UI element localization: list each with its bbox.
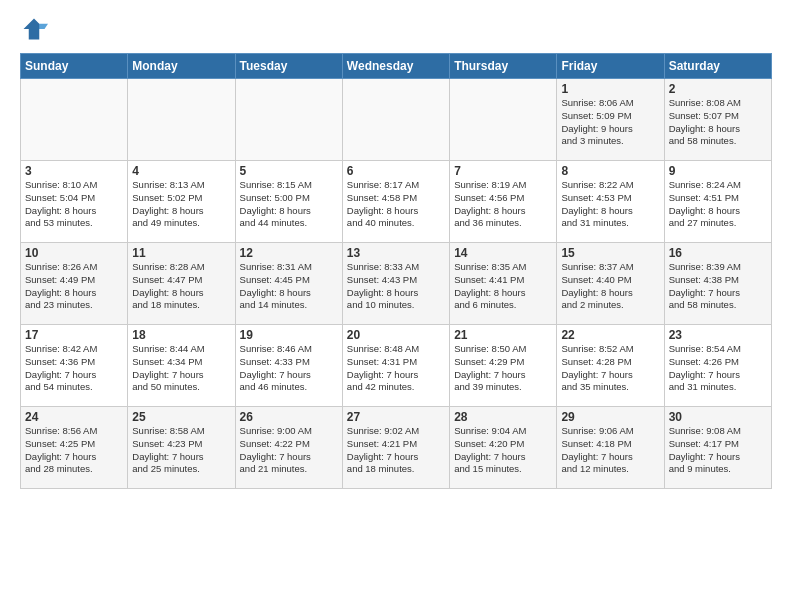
day-info: Sunrise: 8:52 AM Sunset: 4:28 PM Dayligh…	[561, 343, 659, 394]
calendar-cell: 2Sunrise: 8:08 AM Sunset: 5:07 PM Daylig…	[664, 79, 771, 161]
calendar-cell: 25Sunrise: 8:58 AM Sunset: 4:23 PM Dayli…	[128, 407, 235, 489]
day-info: Sunrise: 8:48 AM Sunset: 4:31 PM Dayligh…	[347, 343, 445, 394]
calendar-cell: 8Sunrise: 8:22 AM Sunset: 4:53 PM Daylig…	[557, 161, 664, 243]
calendar-cell	[128, 79, 235, 161]
day-number: 22	[561, 328, 659, 342]
day-info: Sunrise: 8:54 AM Sunset: 4:26 PM Dayligh…	[669, 343, 767, 394]
day-info: Sunrise: 8:06 AM Sunset: 5:09 PM Dayligh…	[561, 97, 659, 148]
weekday-header-wednesday: Wednesday	[342, 54, 449, 79]
day-number: 10	[25, 246, 123, 260]
calendar-cell: 16Sunrise: 8:39 AM Sunset: 4:38 PM Dayli…	[664, 243, 771, 325]
calendar-week-5: 24Sunrise: 8:56 AM Sunset: 4:25 PM Dayli…	[21, 407, 772, 489]
calendar-week-1: 1Sunrise: 8:06 AM Sunset: 5:09 PM Daylig…	[21, 79, 772, 161]
day-number: 17	[25, 328, 123, 342]
day-info: Sunrise: 8:44 AM Sunset: 4:34 PM Dayligh…	[132, 343, 230, 394]
day-number: 6	[347, 164, 445, 178]
calendar-week-4: 17Sunrise: 8:42 AM Sunset: 4:36 PM Dayli…	[21, 325, 772, 407]
day-info: Sunrise: 8:56 AM Sunset: 4:25 PM Dayligh…	[25, 425, 123, 476]
day-info: Sunrise: 8:17 AM Sunset: 4:58 PM Dayligh…	[347, 179, 445, 230]
calendar-cell: 18Sunrise: 8:44 AM Sunset: 4:34 PM Dayli…	[128, 325, 235, 407]
day-number: 29	[561, 410, 659, 424]
day-number: 19	[240, 328, 338, 342]
calendar-cell	[235, 79, 342, 161]
weekday-header-sunday: Sunday	[21, 54, 128, 79]
day-info: Sunrise: 8:28 AM Sunset: 4:47 PM Dayligh…	[132, 261, 230, 312]
day-number: 4	[132, 164, 230, 178]
day-info: Sunrise: 8:39 AM Sunset: 4:38 PM Dayligh…	[669, 261, 767, 312]
calendar-cell: 21Sunrise: 8:50 AM Sunset: 4:29 PM Dayli…	[450, 325, 557, 407]
day-number: 28	[454, 410, 552, 424]
day-number: 13	[347, 246, 445, 260]
calendar-header-row: SundayMondayTuesdayWednesdayThursdayFrid…	[21, 54, 772, 79]
weekday-header-monday: Monday	[128, 54, 235, 79]
day-info: Sunrise: 8:33 AM Sunset: 4:43 PM Dayligh…	[347, 261, 445, 312]
day-number: 20	[347, 328, 445, 342]
calendar-cell	[450, 79, 557, 161]
day-info: Sunrise: 8:10 AM Sunset: 5:04 PM Dayligh…	[25, 179, 123, 230]
calendar-cell: 24Sunrise: 8:56 AM Sunset: 4:25 PM Dayli…	[21, 407, 128, 489]
day-info: Sunrise: 8:24 AM Sunset: 4:51 PM Dayligh…	[669, 179, 767, 230]
day-info: Sunrise: 8:31 AM Sunset: 4:45 PM Dayligh…	[240, 261, 338, 312]
calendar-cell: 30Sunrise: 9:08 AM Sunset: 4:17 PM Dayli…	[664, 407, 771, 489]
day-info: Sunrise: 8:19 AM Sunset: 4:56 PM Dayligh…	[454, 179, 552, 230]
day-info: Sunrise: 8:37 AM Sunset: 4:40 PM Dayligh…	[561, 261, 659, 312]
calendar-cell: 10Sunrise: 8:26 AM Sunset: 4:49 PM Dayli…	[21, 243, 128, 325]
day-number: 3	[25, 164, 123, 178]
day-number: 9	[669, 164, 767, 178]
day-info: Sunrise: 9:00 AM Sunset: 4:22 PM Dayligh…	[240, 425, 338, 476]
day-info: Sunrise: 9:04 AM Sunset: 4:20 PM Dayligh…	[454, 425, 552, 476]
day-number: 27	[347, 410, 445, 424]
calendar-cell: 1Sunrise: 8:06 AM Sunset: 5:09 PM Daylig…	[557, 79, 664, 161]
day-number: 30	[669, 410, 767, 424]
day-info: Sunrise: 9:02 AM Sunset: 4:21 PM Dayligh…	[347, 425, 445, 476]
weekday-header-friday: Friday	[557, 54, 664, 79]
day-number: 11	[132, 246, 230, 260]
day-info: Sunrise: 8:46 AM Sunset: 4:33 PM Dayligh…	[240, 343, 338, 394]
calendar-body: 1Sunrise: 8:06 AM Sunset: 5:09 PM Daylig…	[21, 79, 772, 489]
day-number: 21	[454, 328, 552, 342]
day-number: 14	[454, 246, 552, 260]
calendar-cell: 20Sunrise: 8:48 AM Sunset: 4:31 PM Dayli…	[342, 325, 449, 407]
day-number: 15	[561, 246, 659, 260]
svg-marker-1	[39, 24, 48, 29]
day-number: 8	[561, 164, 659, 178]
calendar-cell: 13Sunrise: 8:33 AM Sunset: 4:43 PM Dayli…	[342, 243, 449, 325]
calendar-cell: 3Sunrise: 8:10 AM Sunset: 5:04 PM Daylig…	[21, 161, 128, 243]
day-number: 25	[132, 410, 230, 424]
day-info: Sunrise: 8:58 AM Sunset: 4:23 PM Dayligh…	[132, 425, 230, 476]
calendar-cell	[342, 79, 449, 161]
day-number: 12	[240, 246, 338, 260]
calendar-week-3: 10Sunrise: 8:26 AM Sunset: 4:49 PM Dayli…	[21, 243, 772, 325]
calendar-cell: 5Sunrise: 8:15 AM Sunset: 5:00 PM Daylig…	[235, 161, 342, 243]
calendar-cell: 19Sunrise: 8:46 AM Sunset: 4:33 PM Dayli…	[235, 325, 342, 407]
day-info: Sunrise: 8:13 AM Sunset: 5:02 PM Dayligh…	[132, 179, 230, 230]
day-number: 23	[669, 328, 767, 342]
day-info: Sunrise: 8:08 AM Sunset: 5:07 PM Dayligh…	[669, 97, 767, 148]
day-number: 18	[132, 328, 230, 342]
calendar-cell: 29Sunrise: 9:06 AM Sunset: 4:18 PM Dayli…	[557, 407, 664, 489]
logo	[20, 15, 50, 43]
day-info: Sunrise: 8:35 AM Sunset: 4:41 PM Dayligh…	[454, 261, 552, 312]
calendar-cell: 27Sunrise: 9:02 AM Sunset: 4:21 PM Dayli…	[342, 407, 449, 489]
weekday-header-saturday: Saturday	[664, 54, 771, 79]
calendar-cell: 7Sunrise: 8:19 AM Sunset: 4:56 PM Daylig…	[450, 161, 557, 243]
day-number: 7	[454, 164, 552, 178]
calendar-cell: 11Sunrise: 8:28 AM Sunset: 4:47 PM Dayli…	[128, 243, 235, 325]
calendar-cell: 9Sunrise: 8:24 AM Sunset: 4:51 PM Daylig…	[664, 161, 771, 243]
day-info: Sunrise: 8:22 AM Sunset: 4:53 PM Dayligh…	[561, 179, 659, 230]
day-info: Sunrise: 8:50 AM Sunset: 4:29 PM Dayligh…	[454, 343, 552, 394]
calendar-cell: 14Sunrise: 8:35 AM Sunset: 4:41 PM Dayli…	[450, 243, 557, 325]
day-number: 24	[25, 410, 123, 424]
calendar-table: SundayMondayTuesdayWednesdayThursdayFrid…	[20, 53, 772, 489]
weekday-header-tuesday: Tuesday	[235, 54, 342, 79]
day-number: 16	[669, 246, 767, 260]
page-header	[20, 15, 772, 43]
calendar-cell: 23Sunrise: 8:54 AM Sunset: 4:26 PM Dayli…	[664, 325, 771, 407]
day-info: Sunrise: 8:26 AM Sunset: 4:49 PM Dayligh…	[25, 261, 123, 312]
calendar-cell: 17Sunrise: 8:42 AM Sunset: 4:36 PM Dayli…	[21, 325, 128, 407]
day-number: 2	[669, 82, 767, 96]
calendar-cell: 12Sunrise: 8:31 AM Sunset: 4:45 PM Dayli…	[235, 243, 342, 325]
day-number: 1	[561, 82, 659, 96]
calendar-cell: 22Sunrise: 8:52 AM Sunset: 4:28 PM Dayli…	[557, 325, 664, 407]
calendar-cell: 28Sunrise: 9:04 AM Sunset: 4:20 PM Dayli…	[450, 407, 557, 489]
